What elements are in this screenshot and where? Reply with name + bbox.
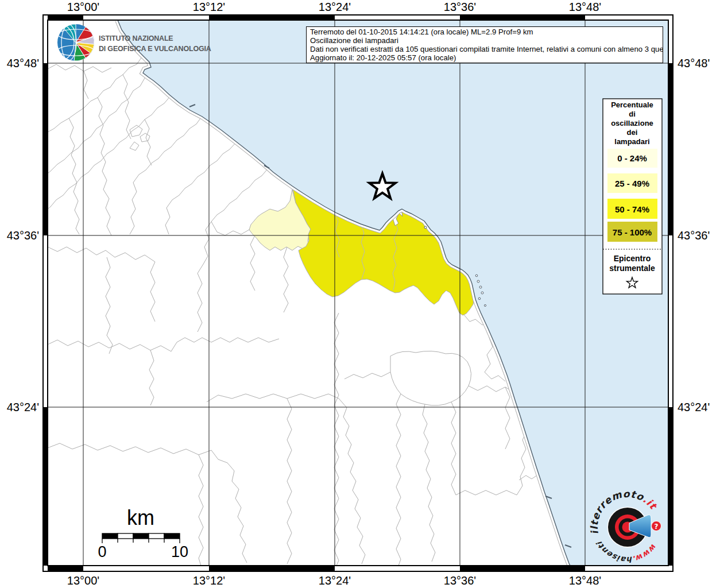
legend-epicenter-label: strumentale [609, 264, 655, 273]
legend-epicenter-label: Epicentro [614, 254, 651, 263]
event-data-source-line: Dati non verificati estratti da 105 ques… [310, 45, 659, 54]
legend-class-label: 50 - 74% [615, 204, 649, 214]
latitude-label-left: 43°48' [7, 57, 39, 69]
event-info-box: Terremoto del 01-10-2015 14:14:21 (ora l… [306, 26, 663, 63]
event-effect-line: Oscillazione dei lampadari [310, 37, 659, 45]
scale-end-label: 10 [171, 543, 188, 560]
map-area: ISTITUTO NAZIONALE DI GEOFISICA E VULCAN… [0, 0, 668, 566]
longitude-label-bottom: 13°48' [569, 574, 601, 587]
longitude-label-top: 13°48' [569, 1, 601, 13]
scale-unit-label: km [127, 506, 154, 529]
latitude-label-left: 43°36' [7, 229, 39, 242]
ingv-name-line2: DI GEOFISICA E VULCANOLOGIA [99, 45, 211, 53]
longitude-label-top: 13°24' [319, 1, 351, 13]
legend-title-line: oscillazione [611, 119, 653, 127]
latitude-label-right: 43°48' [678, 57, 710, 69]
longitude-label-bottom: 13°36' [444, 574, 476, 587]
legend-class-label: 75 - 100% [613, 227, 652, 237]
macroseismic-map-page: ISTITUTO NAZIONALE DI GEOFISICA E VULCAN… [0, 0, 720, 588]
event-updated-line: Aggiornato il: 20-12-2025 05:57 (ora loc… [310, 54, 659, 63]
legend: Percentuale di oscillazione dei lampadar… [603, 99, 662, 294]
ingv-name-line1: ISTITUTO NAZIONALE [99, 34, 173, 42]
question-badge: ? [652, 521, 661, 531]
legend-title-line: di [629, 110, 636, 118]
latitude-label-right: 43°24' [678, 401, 710, 413]
legend-title-line: lampadari [614, 137, 649, 146]
longitude-label-top: 13°36' [444, 1, 476, 13]
legend-title-line: dei [627, 128, 638, 137]
longitude-label-bottom: 13°00' [67, 574, 99, 587]
legend-title-line: Percentuale [611, 100, 653, 109]
longitude-label-bottom: 13°12' [193, 574, 225, 587]
legend-class-label: 0 - 24% [617, 153, 647, 163]
question-mark: ? [655, 523, 659, 531]
longitude-label-top: 13°00' [67, 1, 99, 13]
longitude-label-top: 13°12' [193, 1, 225, 13]
scale-start-label: 0 [98, 543, 106, 560]
latitude-label-left: 43°24' [7, 401, 39, 413]
legend-class-label: 25 - 49% [615, 179, 649, 188]
longitude-label-bottom: 13°24' [319, 574, 351, 587]
latitude-label-right: 43°36' [678, 229, 710, 242]
event-title-line: Terremoto del 01-10-2015 14:14:21 (ora l… [310, 28, 659, 37]
map-svg: ISTITUTO NAZIONALE DI GEOFISICA E VULCAN… [0, 0, 720, 588]
